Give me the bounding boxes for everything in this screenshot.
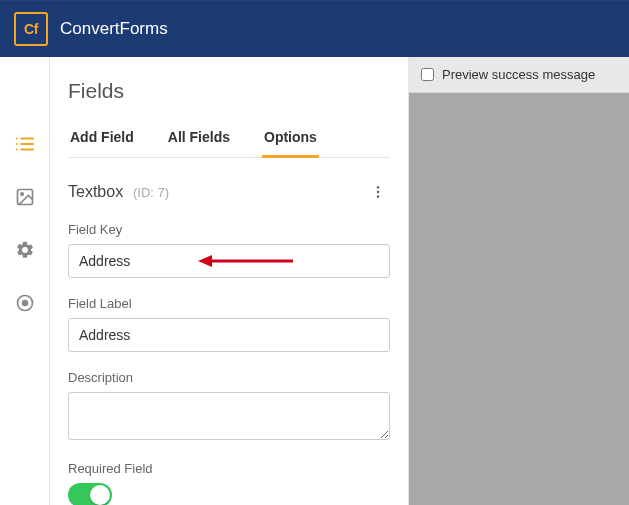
toggle-knob bbox=[90, 485, 110, 505]
preview-success-label: Preview success message bbox=[442, 67, 595, 82]
rail-image-icon[interactable] bbox=[13, 185, 37, 209]
svg-point-12 bbox=[377, 195, 379, 197]
app-topbar: Cf ConvertForms bbox=[0, 0, 629, 57]
tab-all-fields[interactable]: All Fields bbox=[166, 129, 232, 157]
rail-settings-icon[interactable] bbox=[13, 238, 37, 262]
description-input[interactable] bbox=[68, 392, 390, 440]
panel-title: Fields bbox=[68, 79, 390, 103]
rail-target-icon[interactable] bbox=[13, 291, 37, 315]
section-type: Textbox bbox=[68, 183, 123, 200]
brand-logo: Cf bbox=[14, 12, 48, 46]
tab-add-field[interactable]: Add Field bbox=[68, 129, 136, 157]
preview-panel: Preview success message bbox=[409, 57, 629, 505]
section-header: Textbox (ID: 7) bbox=[68, 180, 390, 204]
workspace: Fields Add Field All Fields Options Text… bbox=[0, 57, 629, 505]
description-group: Description bbox=[68, 370, 390, 443]
field-key-input[interactable] bbox=[68, 244, 390, 278]
svg-point-11 bbox=[377, 191, 379, 193]
preview-toolbar: Preview success message bbox=[409, 57, 629, 93]
preview-canvas bbox=[409, 93, 629, 505]
required-group: Required Field bbox=[68, 461, 390, 505]
editor-panel: Fields Add Field All Fields Options Text… bbox=[49, 57, 409, 505]
rail-fields-icon[interactable] bbox=[13, 132, 37, 156]
field-label-input[interactable] bbox=[68, 318, 390, 352]
field-key-label: Field Key bbox=[68, 222, 390, 237]
field-label-group: Field Label bbox=[68, 296, 390, 352]
field-key-group: Field Key bbox=[68, 222, 390, 278]
svg-point-10 bbox=[377, 186, 379, 188]
svg-point-9 bbox=[22, 301, 27, 306]
preview-success-checkbox[interactable] bbox=[421, 68, 434, 81]
description-label: Description bbox=[68, 370, 390, 385]
required-toggle[interactable] bbox=[68, 483, 112, 505]
svg-point-7 bbox=[20, 193, 22, 196]
brand-name: ConvertForms bbox=[60, 19, 168, 39]
tab-options[interactable]: Options bbox=[262, 129, 319, 157]
icon-rail bbox=[0, 57, 49, 505]
field-label-label: Field Label bbox=[68, 296, 390, 311]
section-id: (ID: 7) bbox=[133, 185, 169, 200]
required-label: Required Field bbox=[68, 461, 390, 476]
section-more-icon[interactable] bbox=[366, 180, 390, 204]
tabs: Add Field All Fields Options bbox=[68, 129, 390, 158]
